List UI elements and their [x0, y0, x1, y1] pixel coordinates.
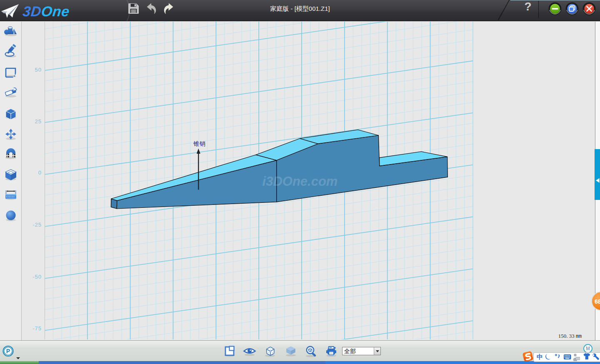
svg-text:50: 50	[35, 67, 42, 73]
svg-text:锥销: 锥销	[193, 140, 206, 147]
svg-text:-75: -75	[32, 325, 42, 332]
svg-text:P: P	[6, 348, 10, 354]
svg-text:25: 25	[35, 118, 42, 125]
svg-text:-50: -50	[32, 274, 42, 280]
svg-text:0: 0	[38, 170, 42, 176]
svg-text:中: 中	[537, 353, 543, 360]
svg-text:i3DOne.com: i3DOne.com	[262, 174, 338, 189]
svg-text:-25: -25	[32, 222, 42, 228]
